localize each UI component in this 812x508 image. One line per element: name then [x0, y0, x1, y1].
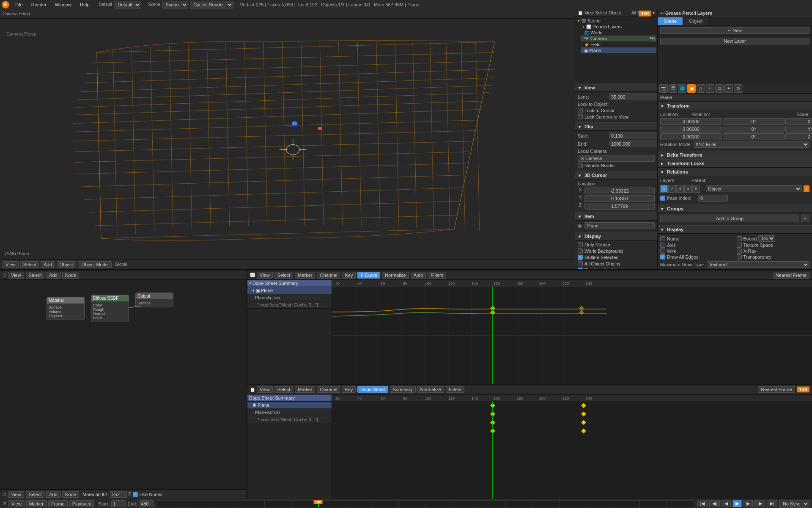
- timeline-scrub[interactable]: 148: [157, 500, 694, 507]
- scale-x-input[interactable]: [785, 118, 812, 125]
- cursor-y-input[interactable]: [584, 195, 655, 202]
- node-footer-add[interactable]: Add: [46, 491, 60, 498]
- lock-camera-cb[interactable]: [578, 114, 583, 119]
- rel-lines-row[interactable]: Relationship Lines: [578, 268, 655, 269]
- material-icon-btn[interactable]: ○: [706, 84, 714, 93]
- transparency-cb[interactable]: [737, 254, 742, 260]
- workspace-select[interactable]: Default: [114, 1, 141, 8]
- all-origins-row[interactable]: All Object Origins: [578, 261, 655, 266]
- draw-all-edges-cb[interactable]: [660, 254, 665, 260]
- axis-row[interactable]: Axis: [660, 243, 733, 248]
- top-anim-channel-btn[interactable]: Channel: [317, 272, 340, 279]
- parent-select[interactable]: Object: [706, 185, 802, 192]
- axis-cb[interactable]: [660, 243, 665, 248]
- tl-view-btn[interactable]: View: [8, 500, 25, 507]
- tl-start-input[interactable]: [111, 500, 126, 507]
- draw-all-edges-row[interactable]: Draw All Edges: [660, 254, 733, 260]
- layer-4[interactable]: 4: [684, 185, 692, 193]
- tl-end-input[interactable]: [139, 500, 154, 507]
- only-render-cb[interactable]: [578, 242, 583, 247]
- object-icon-btn[interactable]: ▣: [687, 84, 696, 93]
- scene-icon-btn[interactable]: 🎬: [669, 84, 677, 93]
- node-node-btn[interactable]: Node: [62, 272, 79, 279]
- xray-cb[interactable]: [737, 248, 742, 254]
- node-block-3[interactable]: Output Surface: [135, 293, 173, 307]
- lock-camera-row[interactable]: Lock Camera to View: [578, 114, 655, 119]
- top-anim-view-btn[interactable]: View: [257, 272, 273, 279]
- camera-btn[interactable]: ✕ Camera: [578, 155, 655, 162]
- track-4[interactable]: *modifiers["Mesh Cache.0..."]: [247, 301, 332, 309]
- wire-row[interactable]: Wire: [660, 248, 733, 254]
- cursor-section-header[interactable]: ▾ 3D Cursor: [575, 171, 657, 179]
- tree-field[interactable]: ⚡ Field: [581, 41, 656, 47]
- tl-play-btn[interactable]: ▶: [732, 500, 742, 507]
- layer-5[interactable]: 5: [692, 185, 700, 193]
- bottom-track-1[interactable]: Dope Sheet Summary: [247, 395, 332, 402]
- menu-render[interactable]: Render: [29, 1, 49, 8]
- view-section-header[interactable]: ▾ View: [575, 83, 657, 92]
- scale-z-input[interactable]: [785, 133, 812, 140]
- outline-row[interactable]: Outline Selected: [578, 255, 655, 260]
- viewport-menu-add[interactable]: Add: [41, 261, 55, 268]
- mesh-icon-btn[interactable]: △: [697, 84, 705, 93]
- loc-x-input[interactable]: [660, 118, 722, 125]
- layer-3[interactable]: 3: [676, 185, 684, 193]
- pass-index-cb[interactable]: [660, 196, 665, 201]
- engine-select[interactable]: Cycles Render: [190, 1, 233, 8]
- tl-frame-btn[interactable]: Frame: [48, 500, 68, 507]
- transform-locks-header[interactable]: ▸ Transform Locks: [658, 159, 812, 168]
- tl-go-start-btn[interactable]: |◀: [697, 500, 708, 507]
- scene-select[interactable]: Scene: [162, 1, 188, 8]
- node-block-1[interactable]: Material Surface Volume Displace: [47, 297, 85, 320]
- bottom-track-4[interactable]: *modifiers["Mesh Cache.0..."]: [247, 416, 332, 423]
- tl-go-end-btn[interactable]: ▶|: [767, 500, 777, 507]
- all-origins-cb[interactable]: [578, 261, 583, 266]
- top-anim-marker-btn[interactable]: Marker: [295, 272, 315, 279]
- world-bg-row[interactable]: World Background: [578, 248, 655, 254]
- world-icon-btn[interactable]: 🌐: [678, 84, 686, 93]
- cursor-x-input[interactable]: [584, 188, 655, 194]
- tl-playback-btn[interactable]: Playback: [69, 500, 94, 507]
- use-nodes-cb[interactable]: [133, 492, 138, 497]
- groups-section-header[interactable]: ▾ Groups: [658, 204, 812, 213]
- node-footer-view[interactable]: View: [8, 491, 24, 498]
- bound-cb[interactable]: [737, 236, 742, 241]
- texture-icon-btn[interactable]: □: [715, 84, 724, 93]
- gp-new-layer-btn[interactable]: New Layer: [660, 38, 809, 44]
- tl-next-key-btn[interactable]: |▶: [754, 500, 765, 507]
- loc-y-input[interactable]: [660, 126, 722, 133]
- bottom-anim-marker-btn[interactable]: Marker: [295, 386, 315, 393]
- texture-space-row[interactable]: Texture Space: [737, 243, 810, 248]
- fcurve-btn[interactable]: F-Curve: [357, 272, 380, 279]
- rot-y-input[interactable]: [723, 126, 785, 133]
- node-block-2[interactable]: Diffuse BSDF Color Rough Normal BSDF: [91, 295, 129, 322]
- wire-cb[interactable]: [660, 248, 665, 254]
- pass-index-input[interactable]: [698, 195, 728, 202]
- render-border-cb[interactable]: [578, 163, 583, 168]
- rot-z-input[interactable]: [723, 133, 785, 140]
- physics-icon-btn[interactable]: ⚙: [734, 84, 742, 93]
- bound-type-select[interactable]: Box: [758, 235, 775, 242]
- viewport-menu-view[interactable]: View: [3, 261, 19, 268]
- parent-icon-btn[interactable]: +: [804, 185, 809, 192]
- coord-system[interactable]: Global: [115, 262, 127, 267]
- outline-cb[interactable]: [578, 255, 583, 260]
- item-name-input[interactable]: [584, 222, 655, 229]
- gp-new-btn[interactable]: ✏ New: [660, 27, 809, 34]
- clip-start-input[interactable]: [609, 133, 658, 139]
- tl-next-frame-btn[interactable]: ▶: [743, 500, 753, 507]
- node-footer-node[interactable]: Node: [62, 491, 79, 498]
- tree-scene[interactable]: ▾ 🎬 Scene: [576, 18, 656, 24]
- top-anim-auto-btn[interactable]: Auto: [411, 272, 426, 279]
- max-draw-select[interactable]: Textured: [707, 261, 809, 268]
- top-anim-key-btn[interactable]: Key: [342, 272, 356, 279]
- gp-tab-object[interactable]: Object: [683, 17, 708, 25]
- top-anim-select-btn[interactable]: Select: [274, 272, 294, 279]
- dope-sheet-btn[interactable]: Dope Sheet: [357, 386, 388, 393]
- bottom-track-2[interactable]: ▣ Plane: [247, 402, 332, 409]
- menu-help[interactable]: Help: [77, 1, 92, 8]
- obj-display-header[interactable]: ▾ Display: [658, 225, 812, 234]
- transparency-row[interactable]: Transparency: [737, 254, 810, 260]
- rot-mode-select[interactable]: XYZ Euler: [694, 141, 809, 148]
- tree-world[interactable]: 🌐 World: [581, 30, 656, 36]
